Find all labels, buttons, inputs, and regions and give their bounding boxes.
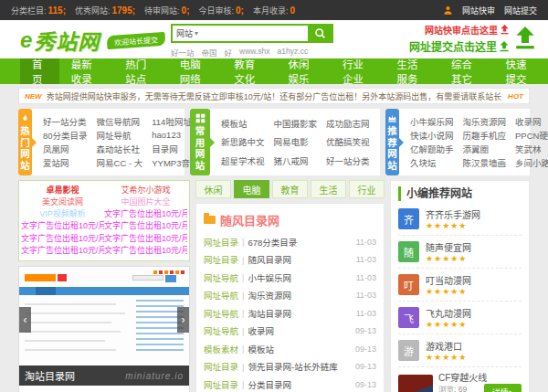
common-sites-tab[interactable]: 常用网站 <box>190 109 210 175</box>
quick-review-link[interactable]: 网站快审 <box>462 5 495 16</box>
tab-life[interactable]: 生活 <box>311 180 346 198</box>
text-ad[interactable]: 美文阅读网 <box>21 196 104 208</box>
listing-title[interactable]: 随风目录网 <box>220 211 279 228</box>
item-title[interactable]: 678分类目录 <box>248 236 352 249</box>
item-category[interactable]: 网址目录 <box>204 378 238 391</box>
site-name[interactable]: 叮当动漫网 <box>426 273 471 287</box>
text-ad[interactable]: 文字广告位出租10元/月 <box>104 245 187 257</box>
nav-item-industry[interactable]: 行业企业 <box>331 58 385 84</box>
site-link[interactable]: 小牛娱乐网 <box>410 114 454 128</box>
tab-education[interactable]: 教育 <box>272 180 308 198</box>
carousel-next-button[interactable]: › <box>177 307 189 333</box>
site-name[interactable]: CF穿越火线 <box>438 373 490 384</box>
item-category[interactable]: 网址导航 <box>204 307 238 320</box>
site-link[interactable]: 淘乐资源网 <box>463 114 507 128</box>
text-ad[interactable]: 文字广告位出租10元/月 <box>104 220 187 232</box>
site-link[interactable]: 收录网 <box>515 114 548 128</box>
site-favicon[interactable]: 飞 <box>398 307 419 328</box>
item-category[interactable]: 模板素材 <box>204 343 238 355</box>
tab-industry[interactable]: 行业 <box>349 180 385 198</box>
text-ad[interactable]: 文字广告位出租10元/月 <box>104 233 187 245</box>
hot-sites-tab[interactable]: 热门网站 <box>18 109 32 175</box>
site-link[interactable]: 陈汉景墙画 <box>463 156 507 170</box>
promo-submit-url[interactable]: 网址提交点击这里 <box>409 38 510 54</box>
site-link[interactable]: 好一站分类 <box>43 114 88 128</box>
text-ad[interactable]: 中国图片大全 <box>104 196 187 208</box>
site-name[interactable]: 齐齐乐手游网 <box>426 207 480 221</box>
search-category-select[interactable]: 网站▾ <box>173 26 202 41</box>
item-title[interactable]: 随风目录网 <box>248 253 352 266</box>
submit-site-link[interactable]: 网站提交 <box>504 5 537 16</box>
item-category[interactable]: 网址导航 <box>204 289 238 302</box>
site-link[interactable]: 微信导航网 <box>97 114 143 128</box>
hot-link[interactable]: 好一站 <box>171 47 195 58</box>
site-link[interactable]: 历趣手机应 <box>463 128 507 142</box>
tab-leisure[interactable]: 休闲 <box>195 180 231 198</box>
hot-link[interactable]: 帝国 <box>202 47 217 58</box>
site-favicon[interactable]: 游 <box>398 340 419 361</box>
recommended-sites-tab[interactable]: 推荐网站 <box>385 109 399 175</box>
item-title[interactable]: 分类目录网 <box>248 378 351 391</box>
site-link[interactable]: 亿解题助手 <box>410 143 454 156</box>
nav-item-life[interactable]: 生活服务 <box>385 58 439 84</box>
nav-item-entertainment[interactable]: 休闲娱乐 <box>277 58 331 84</box>
site-favicon[interactable]: 随 <box>398 241 419 262</box>
site-link[interactable]: 森动站长社 <box>97 143 143 156</box>
site-link[interactable]: 新思路中文 <box>221 132 265 151</box>
item-title[interactable]: 淘乐资源网 <box>248 289 352 302</box>
hot-link[interactable]: 好 <box>225 47 233 58</box>
item-title[interactable]: 小牛娱乐网 <box>248 271 352 284</box>
text-ad[interactable]: 文字广告位出租10元/月 <box>104 208 187 220</box>
site-link[interactable]: PPCN硬件 <box>515 128 548 142</box>
site-favicon[interactable]: 齐 <box>398 208 419 229</box>
site-favicon[interactable]: 叮 <box>398 274 419 295</box>
site-thumbnail[interactable] <box>398 375 433 392</box>
site-link[interactable]: 笑武林 <box>515 143 548 156</box>
site-link[interactable]: 成功励志网 <box>326 114 370 132</box>
site-name[interactable]: 飞丸动漫网 <box>426 306 471 320</box>
text-ad[interactable]: VIP视频解析 <box>21 208 104 220</box>
text-ad[interactable]: 文字广告位出租10元/月 <box>21 220 104 232</box>
site-name[interactable]: 游戏港口 <box>426 339 467 353</box>
site-link[interactable]: 中国摄影家 <box>274 114 318 132</box>
site-link[interactable]: 久块坛 <box>410 156 454 170</box>
site-link[interactable]: 网址导航 <box>97 128 143 142</box>
promo-quick-review[interactable]: 网站快审点击这里 <box>409 23 510 37</box>
site-link[interactable]: 添翼圈 <box>463 143 507 156</box>
details-button[interactable]: 详情> <box>484 384 522 392</box>
item-category[interactable]: 网址导航 <box>204 324 238 337</box>
site-link[interactable]: 乡间小路 <box>515 156 548 170</box>
item-title[interactable]: 领先目录网-站长外链库 <box>248 360 351 373</box>
item-category[interactable]: 网址目录 <box>204 253 238 266</box>
nav-item-education[interactable]: 教育文化 <box>222 58 276 84</box>
site-link[interactable]: 猪八戒网 <box>274 152 318 170</box>
nav-item-misc[interactable]: 综合其它 <box>439 58 493 84</box>
search-input[interactable] <box>202 26 308 41</box>
site-name[interactable]: 随声便宜网 <box>426 240 471 254</box>
nav-item-quick-submit[interactable]: 快速提交 <box>493 58 547 84</box>
site-logo[interactable]: e 秀站网 欢迎站长提交 <box>20 25 165 56</box>
site-link[interactable]: 爱站网 <box>43 156 88 170</box>
nav-item-computer[interactable]: 电脑网络 <box>168 58 222 84</box>
carousel-prev-button[interactable]: ‹ <box>19 307 31 333</box>
item-category[interactable]: 网址导航 <box>204 271 238 284</box>
nav-item-home[interactable]: 首页 <box>20 58 59 84</box>
tab-computer[interactable]: 电脑 <box>234 180 269 198</box>
site-link[interactable]: 模板站 <box>221 114 265 132</box>
nav-item-hot[interactable]: 热门站点 <box>113 58 167 84</box>
site-link[interactable]: 网易CC - 大 <box>97 156 143 170</box>
text-ad[interactable]: 艾希尔小游戏 <box>104 185 187 196</box>
hot-link[interactable]: www.shx <box>239 47 270 58</box>
preview-site-name[interactable]: 淘站目录网 <box>25 368 125 383</box>
item-title[interactable]: 收录网 <box>248 324 351 337</box>
site-preview-carousel[interactable]: ‹ › 淘站目录网 miniature.io <box>18 266 190 392</box>
text-ad[interactable]: 文字广告位出租10元/月 <box>21 245 104 257</box>
text-ad[interactable]: 文字广告位出租10元/月 <box>21 233 104 245</box>
item-category[interactable]: 网址目录 <box>204 236 238 249</box>
search-button[interactable] <box>308 26 332 41</box>
site-link[interactable]: 好一站分类 <box>326 152 370 170</box>
item-title[interactable]: 淘站目录网 <box>248 307 352 320</box>
site-link[interactable]: 超星学术视 <box>221 152 265 170</box>
text-ad[interactable]: 卓易影视 <box>21 185 104 196</box>
nav-item-latest[interactable]: 最新收录 <box>59 58 113 84</box>
